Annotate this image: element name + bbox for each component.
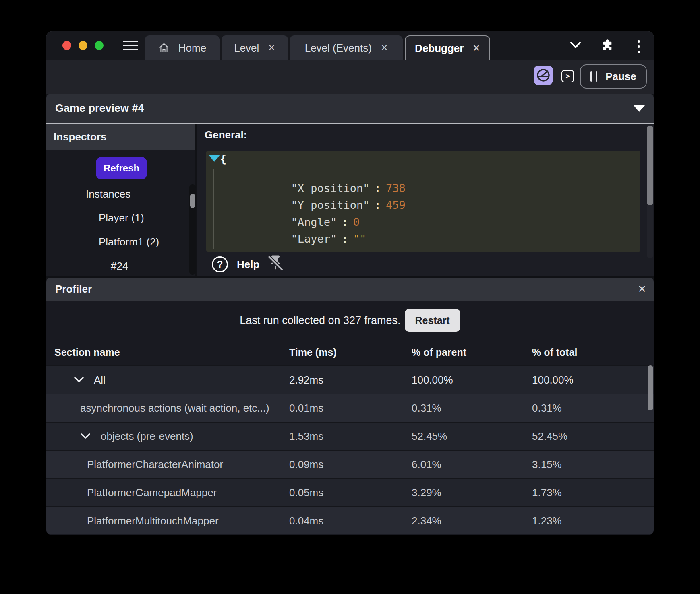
section-name: PlatformerMultitouchMapper <box>87 515 219 527</box>
time-cell: 0.01ms <box>289 402 323 415</box>
time-cell: 1.53ms <box>289 430 323 443</box>
maximize-window-button[interactable] <box>95 41 104 50</box>
gauge-icon <box>536 68 551 83</box>
details-scrollbar-thumb[interactable] <box>647 126 653 205</box>
tab-home-label: Home <box>178 42 206 54</box>
tab-level-events-label: Level (Events) <box>305 42 372 54</box>
kebab-menu-icon[interactable] <box>638 40 640 53</box>
debugger-toolbar: > Pause <box>46 60 654 94</box>
table-row-async[interactable]: asynchronous actions (wait action, etc..… <box>46 394 654 422</box>
tree-item-platform1[interactable]: Platform1 (2) <box>99 235 159 248</box>
pause-icon <box>590 71 597 82</box>
instance-details-panel: General: { "X position":738 "Y position"… <box>200 124 654 276</box>
refresh-button[interactable]: Refresh <box>96 157 147 179</box>
section-name: objects (pre-events) <box>101 430 193 443</box>
table-row-gamepad-mapper[interactable]: PlatformerGamepadMapper 0.05ms 3.29% 1.7… <box>46 478 654 506</box>
inspectors-panel: Inspectors Refresh Instances Player (1) … <box>46 124 197 276</box>
general-section-title: General: <box>205 129 247 141</box>
refresh-button-label: Refresh <box>104 163 139 174</box>
collapse-triangle-icon[interactable] <box>634 105 645 112</box>
percent-total-cell: 1.23% <box>532 515 562 527</box>
debugger-panels: Inspectors Refresh Instances Player (1) … <box>46 124 654 276</box>
percent-total-cell: 3.15% <box>532 458 562 471</box>
tree-item-instances[interactable]: Instances <box>86 188 130 200</box>
table-row-all[interactable]: All 2.92ms 100.00% 100.00% <box>46 365 654 394</box>
question-mark-icon: ? <box>217 259 223 270</box>
percent-total-cell: 1.73% <box>532 487 562 499</box>
profiler-content: Last run collected on 327 frames. Restar… <box>46 301 654 535</box>
table-row-character-animator[interactable]: PlatformerCharacterAnimator 0.09ms 6.01%… <box>46 450 654 478</box>
colon: : <box>355 250 361 252</box>
tab-close-icon[interactable]: ✕ <box>268 43 275 53</box>
tree-item-instance-24[interactable]: #24 <box>111 260 128 272</box>
tab-debugger-label: Debugger <box>415 42 464 55</box>
time-cell: 0.09ms <box>289 458 323 471</box>
percent-parent-cell: 52.45% <box>412 430 447 443</box>
expand-triangle-icon[interactable] <box>209 155 220 162</box>
profiler-status-row: Last run collected on 327 frames. Restar… <box>46 309 654 332</box>
debugger-window: Home Level ✕ Level (Events) ✕ Debugger ✕ <box>46 31 654 535</box>
percent-total-cell: 0.31% <box>532 402 562 415</box>
percent-parent-cell: 2.34% <box>412 515 441 527</box>
main-menu-icon[interactable] <box>123 41 138 50</box>
tree-item-label: #24 <box>111 260 128 272</box>
inspectors-scrollbar-thumb[interactable] <box>190 194 195 208</box>
column-header-parent: % of parent <box>412 346 466 358</box>
property-key: "Z order" <box>291 250 350 252</box>
section-name: asynchronous actions (wait action, etc..… <box>80 402 269 415</box>
tree-item-player[interactable]: Player (1) <box>99 211 144 224</box>
close-icon[interactable]: ✕ <box>638 278 646 301</box>
section-name: PlatformerGamepadMapper <box>87 487 217 499</box>
column-header-time: Time (ms) <box>289 346 337 358</box>
section-name: PlatformerCharacterAnimator <box>87 458 223 471</box>
profiler-status-text: Last run collected on 327 frames. <box>240 314 400 327</box>
tab-close-icon[interactable]: ✕ <box>381 43 388 53</box>
property-value: 3 <box>366 250 373 252</box>
inspectors-header: Inspectors <box>46 124 195 150</box>
percent-parent-cell: 3.29% <box>412 487 441 499</box>
profiler-scrollbar-thumb[interactable] <box>648 365 653 410</box>
table-row-multitouch-mapper[interactable]: PlatformerMultitouchMapper 0.04ms 2.34% … <box>46 506 654 534</box>
tree-item-label: Player (1) <box>99 212 144 224</box>
restart-button-label: Restart <box>415 315 450 326</box>
section-name: All <box>94 374 106 386</box>
unpin-button[interactable] <box>267 254 284 272</box>
tab-level[interactable]: Level ✕ <box>222 35 288 60</box>
help-button[interactable]: ? <box>212 256 228 272</box>
inspectors-title: Inspectors <box>54 131 107 143</box>
column-header-total: % of total <box>532 346 578 358</box>
percent-total-cell: 100.00% <box>532 374 574 386</box>
profiler-header: Profiler ✕ <box>46 278 654 301</box>
tab-level-events[interactable]: Level (Events) ✕ <box>290 35 403 60</box>
profiler-gauge-button[interactable] <box>534 66 553 85</box>
tree-item-label: Instances <box>86 188 130 200</box>
tab-home[interactable]: Home <box>145 35 220 60</box>
pause-button[interactable]: Pause <box>580 64 647 89</box>
minimize-window-button[interactable] <box>79 41 87 50</box>
tab-debugger[interactable]: Debugger ✕ <box>405 35 490 60</box>
pin-off-icon <box>267 254 284 272</box>
close-window-button[interactable] <box>62 41 71 50</box>
column-header-section: Section name <box>54 346 120 358</box>
profiler-title: Profiler <box>55 278 92 301</box>
console-button[interactable]: > <box>561 70 574 82</box>
restart-button[interactable]: Restart <box>405 309 460 332</box>
console-icon: > <box>566 72 570 80</box>
percent-parent-cell: 6.01% <box>412 458 441 471</box>
properties-json-view: { "X position":738 "Y position":459 "Ang… <box>206 151 640 252</box>
colon: : <box>375 199 381 211</box>
extensions-puzzle-icon[interactable] <box>601 39 614 52</box>
chevron-down-icon[interactable] <box>570 41 581 50</box>
table-row-objects-pre-events[interactable]: objects (pre-events) 1.53ms 52.45% 52.45… <box>46 422 654 450</box>
json-property-row[interactable]: "Z order":3 <box>226 237 373 252</box>
tree-item-label: Platform1 (2) <box>99 236 159 248</box>
time-cell: 0.05ms <box>289 487 323 499</box>
tab-level-label: Level <box>234 42 259 54</box>
chevron-down-icon[interactable] <box>80 433 91 439</box>
tab-close-icon[interactable]: ✕ <box>472 43 480 54</box>
indent-guide <box>213 169 214 249</box>
chevron-down-icon[interactable] <box>74 377 84 383</box>
time-cell: 2.92ms <box>289 374 323 386</box>
percent-parent-cell: 0.31% <box>412 402 441 415</box>
time-cell: 0.04ms <box>289 515 323 527</box>
